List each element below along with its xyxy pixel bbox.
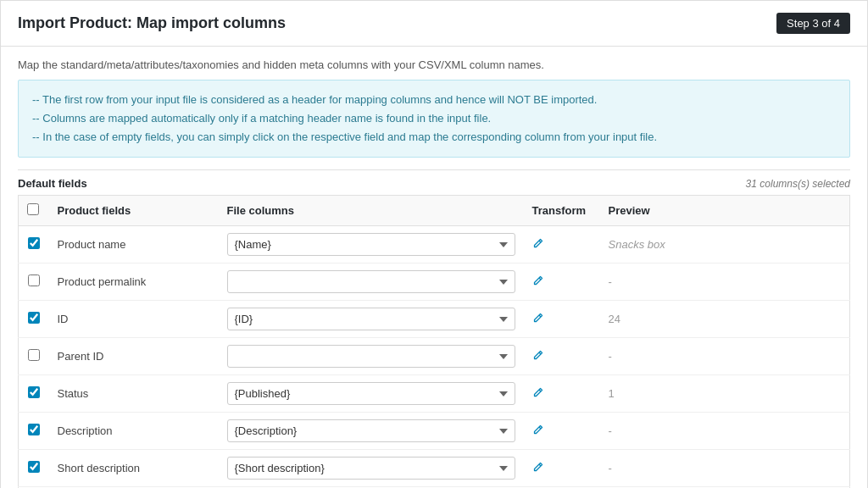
- row-checkbox-cell: [19, 450, 49, 487]
- page-header: Import Product: Map import columns Step …: [1, 1, 867, 47]
- preview-value: -: [609, 275, 612, 288]
- default-fields-label: Default fields: [18, 177, 87, 190]
- edit-transform-icon[interactable]: [532, 237, 544, 249]
- edit-transform-icon[interactable]: [532, 274, 544, 286]
- file-column-cell: {Description}: [219, 413, 524, 450]
- product-field-name: Product name: [49, 226, 219, 263]
- page-description: Map the standard/meta/attributes/taxonom…: [1, 47, 867, 80]
- preview-value: -: [609, 424, 612, 437]
- table-row: Parent ID-: [19, 338, 850, 375]
- row-checkbox[interactable]: [28, 461, 40, 473]
- info-line-1: -- The first row from your input file is…: [32, 91, 836, 109]
- preview-cell: -: [600, 263, 850, 301]
- edit-transform-icon[interactable]: [532, 461, 544, 473]
- columns-selected-count: 31 columns(s) selected: [746, 178, 850, 190]
- row-checkbox-cell: [19, 226, 49, 263]
- file-column-select[interactable]: {Short description}: [227, 457, 515, 480]
- table-section: Default fields 31 columns(s) selected Pr…: [18, 169, 850, 488]
- file-column-cell: {Published}: [219, 375, 524, 413]
- file-column-select[interactable]: {ID}: [227, 308, 515, 330]
- row-checkbox[interactable]: [28, 312, 40, 324]
- product-field-name: Short description: [49, 450, 219, 487]
- preview-value: Snacks box: [609, 238, 665, 251]
- file-column-cell: [219, 338, 524, 375]
- product-field-name: Product permalink: [49, 263, 219, 301]
- transform-cell: [524, 301, 600, 338]
- file-column-select[interactable]: [227, 345, 515, 368]
- product-field-name: Parent ID: [49, 338, 219, 375]
- transform-cell: [524, 413, 600, 450]
- edit-transform-icon[interactable]: [532, 424, 544, 435]
- preview-value: 24: [609, 313, 620, 325]
- table-row: Product name{Name}Snacks box: [19, 226, 850, 263]
- row-checkbox-cell: [19, 413, 49, 450]
- edit-transform-icon[interactable]: [532, 312, 544, 324]
- file-column-cell: {Short description}: [219, 450, 524, 487]
- th-preview: Preview: [600, 196, 850, 226]
- table-header-row: Default fields 31 columns(s) selected: [18, 169, 850, 195]
- info-line-3: -- In the case of empty fields, you can …: [32, 128, 836, 147]
- th-transform: Transform: [524, 196, 600, 226]
- table-row: Description{Description}-: [19, 413, 850, 450]
- page-title: Import Product: Map import columns: [18, 14, 286, 32]
- preview-cell: -: [600, 338, 850, 375]
- table-row: Short description{Short description}-: [19, 450, 850, 487]
- page-wrapper: Import Product: Map import columns Step …: [0, 0, 868, 488]
- file-column-select[interactable]: {Published}: [227, 382, 515, 405]
- select-all-checkbox[interactable]: [27, 203, 39, 215]
- info-line-2: -- Columns are mapped automatically only…: [32, 109, 836, 128]
- row-checkbox[interactable]: [28, 349, 40, 361]
- preview-cell: Snacks box: [600, 226, 850, 263]
- edit-transform-icon[interactable]: [532, 349, 544, 361]
- row-checkbox-cell: [19, 375, 49, 413]
- th-checkbox: [19, 196, 49, 226]
- file-column-cell: {Name}: [219, 226, 524, 263]
- table-row: ID{ID}24: [19, 301, 850, 338]
- table-row: Product permalink-: [19, 263, 850, 301]
- transform-cell: [524, 226, 600, 263]
- preview-value: -: [609, 350, 612, 363]
- preview-cell: 1: [600, 375, 850, 413]
- row-checkbox[interactable]: [28, 274, 40, 286]
- row-checkbox-cell: [19, 301, 49, 338]
- preview-cell: 24: [600, 301, 850, 338]
- row-checkbox[interactable]: [28, 424, 40, 435]
- transform-cell: [524, 450, 600, 487]
- info-box: -- The first row from your input file is…: [18, 80, 850, 158]
- edit-transform-icon[interactable]: [532, 386, 544, 398]
- preview-value: 1: [609, 387, 615, 400]
- table-row: Status{Published}1: [19, 375, 850, 413]
- row-checkbox-cell: [19, 263, 49, 301]
- preview-cell: -: [600, 413, 850, 450]
- row-checkbox[interactable]: [28, 386, 40, 398]
- transform-cell: [524, 375, 600, 413]
- product-field-name: ID: [49, 301, 219, 338]
- file-column-select[interactable]: {Name}: [227, 233, 515, 256]
- th-product-fields: Product fields: [49, 196, 219, 226]
- table-header: Product fields File columns Transform Pr…: [19, 196, 850, 226]
- file-column-cell: {ID}: [219, 301, 524, 338]
- th-file-columns: File columns: [219, 196, 524, 226]
- transform-cell: [524, 263, 600, 301]
- step-badge: Step 3 of 4: [776, 13, 850, 34]
- preview-cell: -: [600, 450, 850, 487]
- product-field-name: Description: [49, 413, 219, 450]
- transform-cell: [524, 338, 600, 375]
- mapping-table: Product fields File columns Transform Pr…: [18, 195, 850, 488]
- preview-value: -: [609, 462, 612, 474]
- row-checkbox[interactable]: [28, 237, 40, 249]
- file-column-select[interactable]: {Description}: [227, 419, 515, 442]
- file-column-select[interactable]: [227, 270, 515, 293]
- file-column-cell: [219, 263, 524, 301]
- product-field-name: Status: [49, 375, 219, 413]
- row-checkbox-cell: [19, 338, 49, 375]
